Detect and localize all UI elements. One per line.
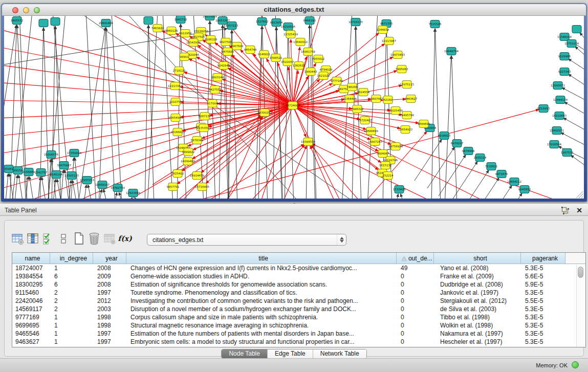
table-cell[interactable]: 5.9E-5 bbox=[521, 280, 565, 289]
tab-network-table[interactable]: Network Table bbox=[313, 349, 366, 358]
table-row[interactable]: 969969511998Structural magnetic resonanc… bbox=[12, 321, 585, 330]
table-cell[interactable]: 6 bbox=[50, 272, 93, 280]
table-cell[interactable]: 0 bbox=[397, 330, 434, 338]
table-cell[interactable]: 0 bbox=[397, 305, 434, 313]
table-cell[interactable]: Tibbo et al. (1998) bbox=[434, 313, 521, 321]
column-header-title[interactable]: title bbox=[126, 253, 397, 264]
table-row[interactable]: 1938455462009Genome-wide association stu… bbox=[12, 272, 585, 280]
table-scrollbar[interactable] bbox=[576, 265, 584, 347]
table-cell[interactable]: 1 bbox=[50, 338, 93, 346]
table-cell[interactable]: 2008 bbox=[93, 280, 126, 289]
table-cell[interactable]: 0 bbox=[397, 338, 434, 346]
select-rows-icon[interactable] bbox=[40, 231, 56, 246]
table-scrollbar-thumb[interactable] bbox=[578, 267, 583, 278]
table-cell[interactable]: 5.5E-5 bbox=[521, 297, 565, 305]
table-cell[interactable]: Embryonic stem cells: a model to study s… bbox=[126, 338, 397, 346]
table-cell[interactable]: 9463627 bbox=[12, 338, 50, 346]
table-row[interactable]: 1456911722003Disruption of a novel membe… bbox=[12, 305, 585, 313]
table-cell[interactable]: 1998 bbox=[93, 321, 126, 330]
table-cell[interactable]: Tourette syndrome. Phenomenology and cla… bbox=[126, 289, 397, 297]
table-cell[interactable]: 2 bbox=[50, 289, 93, 297]
table-cell[interactable]: 22420046 bbox=[12, 297, 50, 305]
table-row[interactable]: 946362711997Embryonic stem cells: a mode… bbox=[12, 338, 585, 346]
table-cell[interactable]: 1 bbox=[50, 264, 93, 272]
table-cell[interactable]: Wolkin et al. (1998) bbox=[434, 321, 521, 330]
table-row[interactable]: 1830029562008Estimation of significance … bbox=[12, 280, 585, 289]
column-header-out-de-[interactable]: △out_de... bbox=[397, 253, 434, 264]
table-cell[interactable]: Hescheler et al. (1997) bbox=[434, 338, 521, 346]
table-cell[interactable]: 1 bbox=[50, 321, 93, 330]
table-cell[interactable]: Franke et al. (2009) bbox=[434, 272, 521, 280]
table-cell[interactable]: 5.3E-5 bbox=[521, 321, 565, 330]
column-header-in-degree[interactable]: in_degree bbox=[50, 253, 93, 264]
table-row[interactable]: 911546021997Tourette syndrome. Phenomeno… bbox=[12, 289, 585, 297]
table-cell[interactable]: 2003 bbox=[93, 305, 126, 313]
table-cell[interactable]: Yano et al. (2008) bbox=[434, 264, 521, 272]
row-height-icon[interactable] bbox=[56, 231, 71, 246]
table-cell[interactable]: Disruption of a novel member of a sodium… bbox=[126, 305, 397, 313]
table-cell[interactable]: 1 bbox=[50, 313, 93, 321]
table-cell[interactable]: Corpus callosum shape and size in male p… bbox=[126, 313, 397, 321]
table-cell[interactable]: 9699695 bbox=[12, 321, 50, 330]
tab-edge-table[interactable]: Edge Table bbox=[267, 349, 313, 358]
table-cell[interactable]: 1997 bbox=[93, 330, 126, 338]
resize-grip[interactable] bbox=[576, 191, 583, 198]
column-header-short[interactable]: short bbox=[434, 253, 521, 264]
new-file-icon[interactable] bbox=[71, 231, 86, 246]
table-cell[interactable]: Estimation of the future numbers of pati… bbox=[126, 330, 397, 338]
table-cell[interactable]: Changes of HCN gene expression and I(f) … bbox=[126, 264, 397, 272]
table-cell[interactable]: 0 bbox=[397, 272, 434, 280]
table-cell[interactable]: 0 bbox=[397, 313, 434, 321]
function-builder-icon[interactable]: f(x) bbox=[117, 231, 133, 246]
column-header-year[interactable]: year bbox=[93, 253, 126, 264]
table-cell[interactable]: 0 bbox=[397, 289, 434, 297]
float-panel-icon[interactable] bbox=[560, 206, 570, 215]
table-cell[interactable]: de Silva et al. (2003) bbox=[434, 305, 521, 313]
table-cell[interactable]: 1997 bbox=[93, 289, 126, 297]
network-node[interactable] bbox=[39, 19, 48, 27]
table-row[interactable]: 2242004622012Investigating the contribut… bbox=[12, 297, 585, 305]
table-cell[interactable]: Investigating the contribution of common… bbox=[126, 297, 397, 305]
table-cell[interactable]: 6 bbox=[50, 280, 93, 289]
table-settings-icon[interactable] bbox=[10, 231, 25, 246]
table-cell[interactable]: 9465546 bbox=[12, 330, 50, 338]
table-cell[interactable]: 2008 bbox=[93, 264, 126, 272]
table-cell[interactable]: 0 bbox=[397, 297, 434, 305]
table-row[interactable]: 1872400712008Changes of HCN gene express… bbox=[12, 264, 585, 272]
table-cell[interactable]: 2012 bbox=[93, 297, 126, 305]
table-cell[interactable]: Nakamura et al. (1997) bbox=[434, 330, 521, 338]
table-cell[interactable]: Structural magnetic resonance image aver… bbox=[126, 321, 397, 330]
table-cell[interactable]: 49 bbox=[397, 264, 434, 272]
table-cell[interactable]: 5.3E-5 bbox=[521, 264, 565, 272]
network-canvas[interactable]: 1872400714055722069140618437181603380910… bbox=[4, 16, 584, 199]
table-cell[interactable]: 5.3E-5 bbox=[521, 289, 565, 297]
table-cell[interactable]: 2 bbox=[50, 297, 93, 305]
column-header-pagerank[interactable]: pagerank bbox=[521, 253, 565, 264]
column-header-name[interactable]: name bbox=[12, 253, 50, 264]
table-cell[interactable]: 5.6E-5 bbox=[521, 272, 565, 280]
close-panel-icon[interactable]: ✕ bbox=[575, 206, 584, 215]
table-cell[interactable]: Estimation of significance thresholds fo… bbox=[126, 280, 397, 289]
table-cell[interactable]: 5.3E-5 bbox=[521, 305, 565, 313]
table-cell[interactable]: 0 bbox=[397, 280, 434, 289]
table-cell[interactable]: 9115460 bbox=[12, 289, 50, 297]
network-window-titlebar[interactable]: citations_edges.txt bbox=[2, 4, 586, 16]
table-row[interactable]: 977716911998Corpus callosum shape and si… bbox=[12, 313, 585, 321]
table-cell[interactable]: 2009 bbox=[93, 272, 126, 280]
network-node[interactable] bbox=[572, 26, 581, 33]
table-row[interactable]: 946554611997Estimation of the future num… bbox=[12, 330, 585, 338]
delete-table-icon[interactable] bbox=[102, 231, 117, 246]
table-selector-dropdown[interactable]: citations_edges.txt bbox=[147, 234, 346, 246]
table-cell[interactable]: 1997 bbox=[93, 338, 126, 346]
table-cell[interactable]: 2 bbox=[50, 305, 93, 313]
table-cell[interactable]: 5.3E-5 bbox=[521, 338, 565, 346]
table-cell[interactable]: Genome-wide association studies in ADHD. bbox=[126, 272, 397, 280]
table-cell[interactable]: 14569117 bbox=[12, 305, 50, 313]
table-cell[interactable]: 1998 bbox=[93, 313, 126, 321]
table-cell[interactable]: 1 bbox=[50, 330, 93, 338]
network-node[interactable] bbox=[51, 18, 60, 26]
table-cell[interactable]: 18300295 bbox=[12, 280, 50, 289]
tab-node-table[interactable]: Node Table bbox=[222, 349, 267, 358]
table-cell[interactable]: 19384554 bbox=[12, 272, 50, 280]
table-cell[interactable]: 5.3E-5 bbox=[521, 330, 565, 338]
